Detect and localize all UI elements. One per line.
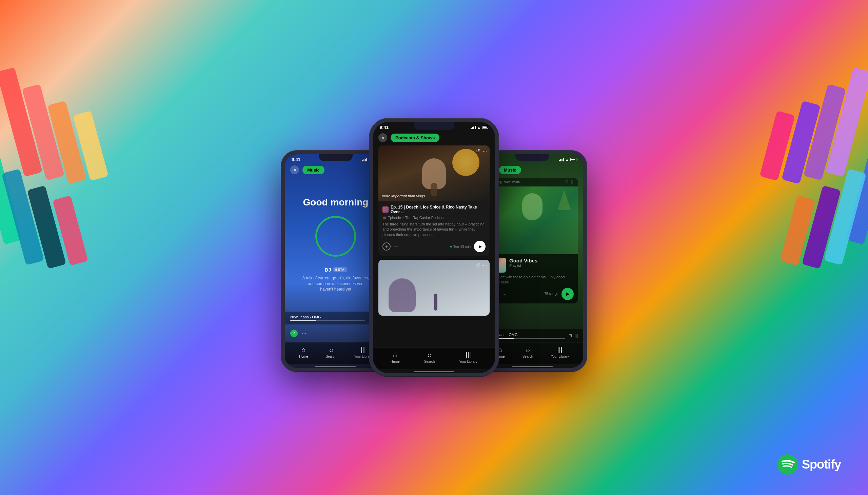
right-status-icons: ▲	[559, 158, 576, 162]
center-nav-search[interactable]: ⌕ Search	[424, 351, 435, 363]
left-nav-home[interactable]: ⌂ Home	[299, 346, 308, 358]
now-playing-song: New Jeans - OMG	[290, 315, 365, 319]
right-library-icon: |||	[557, 346, 562, 354]
center-home-indicator	[414, 371, 454, 372]
podcast2-more-icon[interactable]: ···	[483, 262, 487, 268]
right-progress-bar	[487, 338, 565, 339]
person2-silhouette	[389, 278, 416, 312]
center-nav-library[interactable]: ||| Your Library	[459, 351, 477, 363]
episode-type-row: 📻 Episode • The RapCaviar Podcast	[382, 216, 486, 220]
dj-greeting: Good morning	[303, 197, 369, 208]
track-like-icon[interactable]: ♡	[565, 180, 568, 185]
right-now-playing-info: New Jeans - OMG	[487, 332, 565, 339]
podcast2-like-icon[interactable]: ↺	[476, 262, 480, 268]
left-status-time: 9:41	[292, 157, 301, 162]
center-home-icon: ⌂	[393, 351, 397, 359]
episode-meta: 📻 Episode • The RapCaviar Podcast	[382, 216, 486, 220]
podcast-overlay-text: more important than vlogs.	[382, 194, 426, 198]
episode-actions: + ··· Tue 59 min	[382, 241, 486, 252]
left-search-label: Search	[326, 355, 337, 358]
podcast-card-1: more important than vlogs. ↺ ··· 🎵 Ep. 1…	[378, 146, 490, 256]
center-phone-screen: 9:41 ▲	[373, 122, 495, 373]
podcast-visual-2	[378, 260, 490, 315]
spotify-branding: Spotify	[778, 454, 841, 475]
center-status-icons: ▲	[471, 125, 488, 130]
episode-play-button[interactable]	[474, 241, 486, 252]
like-icon[interactable]: ↺	[476, 148, 480, 154]
playlist-more-button[interactable]: ···	[503, 291, 507, 297]
playlist-play-button[interactable]	[561, 288, 574, 300]
tree-silhouette	[558, 190, 571, 210]
person3-silhouette	[522, 193, 543, 220]
center-header: ✕ Podcasts & Shows	[373, 131, 495, 146]
now-playing-info: New Jeans - OMG	[290, 315, 365, 321]
spotify-text-logo: Spotify	[802, 457, 841, 472]
more-options-button[interactable]: ···	[302, 330, 306, 336]
right-music-filter[interactable]: Music	[499, 166, 521, 174]
signal-icon	[362, 158, 367, 161]
center-nav-home[interactable]: ⌂ Home	[391, 351, 400, 363]
content-title-group: Good Vibes Playlist	[509, 258, 538, 268]
episode-show: The RapCaviar Podcast	[405, 216, 445, 220]
right-search-label: Search	[523, 355, 533, 358]
track-header-controls: ♡ |||	[565, 180, 574, 185]
right-bars-icon[interactable]: |||	[575, 333, 578, 338]
center-search-label: Search	[424, 360, 435, 363]
podcast-visual-1	[378, 146, 490, 201]
podcast-info-1: 🎵 Ep. 15 | Doechii, Ice Spice & Rico Nas…	[378, 201, 490, 256]
content-info: Good Vibes Playlist Set it off with thes…	[487, 254, 578, 304]
left-phone-notch	[319, 154, 353, 161]
episode-type-icon: 📻	[382, 216, 386, 219]
left-music-filter[interactable]: Music	[303, 166, 324, 174]
dj-badge: DJ BETA	[324, 267, 346, 273]
mic2-silhouette	[434, 294, 437, 310]
center-screen-content: 9:41 ▲	[373, 122, 495, 373]
center-spacer	[373, 320, 495, 347]
dj-label: DJ	[324, 267, 331, 273]
center-search-icon: ⌕	[428, 351, 432, 359]
right-home-icon: ⌂	[498, 346, 502, 354]
center-podcasts-filter[interactable]: Podcasts & Shows	[391, 134, 439, 142]
left-home-label: Home	[299, 355, 308, 358]
left-close-button[interactable]: ✕	[290, 166, 299, 174]
playlist-actions: + ··· 75 songs	[491, 288, 574, 300]
beta-badge: BETA	[333, 267, 347, 272]
podcast2-thumb-controls: ↺ ···	[476, 262, 487, 268]
green-dot	[450, 246, 452, 248]
episode-type: Episode	[388, 216, 401, 220]
svg-point-0	[778, 454, 798, 475]
right-library-label: Your Library	[551, 355, 569, 358]
episode-more-button[interactable]: ···	[394, 243, 398, 250]
show-artwork-icon: 🎵	[382, 206, 389, 212]
mic-silhouette	[431, 183, 437, 196]
add-to-library-button[interactable]: +	[382, 242, 391, 251]
playlist-title: Good Vibes	[509, 258, 538, 263]
check-button[interactable]: ✓	[290, 329, 298, 337]
right-wifi-icon: ▲	[565, 158, 569, 162]
show-badge: 🎵 Ep. 15 | Doechii, Ice Spice & Rico Nas…	[382, 205, 486, 214]
playlist-description: Set it off with these epic anthems. Only…	[491, 275, 574, 285]
left-nav-search[interactable]: ⌕ Search	[326, 346, 337, 358]
center-close-button[interactable]: ✕	[378, 133, 387, 142]
right-content-thumbnail	[487, 186, 578, 254]
center-library-label: Your Library	[459, 360, 477, 363]
center-home-label: Home	[391, 360, 400, 363]
right-now-playing-song: New Jeans - OMG	[487, 332, 565, 337]
episode-duration: 59 min	[460, 245, 471, 249]
right-phone-notch	[515, 154, 549, 161]
podcast-thumbnail-2: ↺ ···	[378, 260, 490, 315]
track-bars-icon[interactable]: |||	[571, 180, 574, 185]
episode-title: Ep. 15 | Doechii, Ice Spice & Rico Nasty…	[391, 205, 486, 214]
thumb-more-icon[interactable]: ···	[483, 148, 487, 154]
content-header-row: Good Vibes Playlist	[491, 258, 574, 273]
playlist-type: Playlist	[509, 263, 538, 268]
right-thumb-visual	[487, 186, 578, 254]
center-bottom-nav: ⌂ Home ⌕ Search ||| Your Library	[373, 347, 495, 369]
right-airplay-icon[interactable]: ⊡	[568, 333, 572, 338]
center-status-time: 9:41	[380, 125, 389, 130]
right-nav-search[interactable]: ⌕ Search	[523, 346, 533, 358]
center-phone: 9:41 ▲	[370, 119, 498, 376]
library-icon: |||	[360, 346, 366, 354]
spotify-icon	[778, 454, 798, 475]
right-nav-library[interactable]: ||| Your Library	[551, 346, 569, 358]
